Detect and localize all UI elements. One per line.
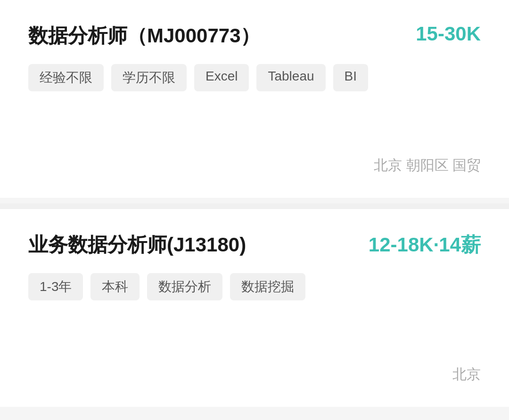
job-tag: 1-3年 — [28, 273, 83, 300]
job-title: 业务数据分析师(J13180) — [28, 232, 246, 258]
job-salary: 15-30K — [416, 23, 481, 45]
job-header: 业务数据分析师(J13180)12-18K·14薪 — [28, 232, 481, 258]
job-card-top: 数据分析师（MJ000773）15-30K经验不限学历不限ExcelTablea… — [28, 23, 481, 91]
card-divider — [0, 203, 509, 209]
job-tag: Excel — [194, 64, 249, 91]
job-card[interactable]: 业务数据分析师(J13180)12-18K·14薪1-3年本科数据分析数据挖掘北… — [0, 209, 509, 407]
job-tags: 经验不限学历不限ExcelTableauBI — [28, 64, 481, 91]
job-tags: 1-3年本科数据分析数据挖掘 — [28, 273, 481, 300]
job-header: 数据分析师（MJ000773）15-30K — [28, 23, 481, 49]
job-tag: 经验不限 — [28, 64, 104, 91]
job-tag: 数据分析 — [147, 273, 222, 300]
job-tag: 数据挖掘 — [230, 273, 305, 300]
job-tag: 本科 — [90, 273, 140, 300]
job-list: 数据分析师（MJ000773）15-30K经验不限学历不限ExcelTablea… — [0, 0, 509, 407]
job-tag: BI — [333, 64, 368, 91]
job-location: 北京 — [28, 346, 481, 384]
job-card[interactable]: 数据分析师（MJ000773）15-30K经验不限学历不限ExcelTablea… — [0, 0, 509, 198]
job-tag: 学历不限 — [111, 64, 187, 91]
job-title: 数据分析师（MJ000773） — [28, 23, 261, 49]
job-tag: Tableau — [256, 64, 325, 91]
job-location: 北京 朝阳区 国贸 — [28, 137, 481, 175]
job-card-top: 业务数据分析师(J13180)12-18K·14薪1-3年本科数据分析数据挖掘 — [28, 232, 481, 300]
job-salary: 12-18K·14薪 — [369, 232, 481, 258]
